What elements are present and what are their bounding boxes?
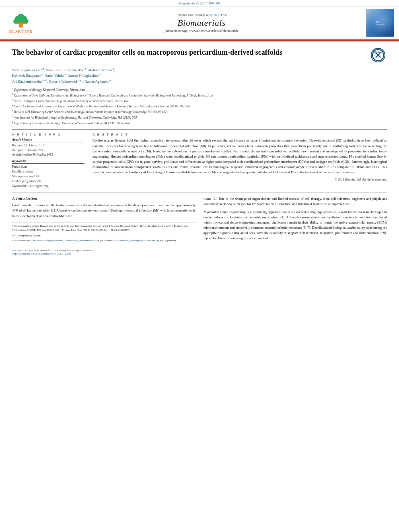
history-label: Article history: xyxy=(12,138,84,142)
section-divider xyxy=(12,193,387,193)
journal-homepage-link: journal homepage: www.elsevier.com/locat… xyxy=(37,29,366,33)
article-info-label: A R T I C L E I N F O xyxy=(12,133,84,136)
keyword-5: Myocardial tissue engineering xyxy=(12,184,84,189)
email-baharvand[interactable]: Baharvand50@yahoo.com xyxy=(33,239,63,242)
intro-left-column: 1. Introduction Cardiovascular diseases … xyxy=(12,196,195,255)
footnotes-section: * Corresponding author. Department of St… xyxy=(12,222,195,243)
copyright-footer: © 2013 Elsevier Ltd. All rights reserved… xyxy=(93,178,387,181)
article-title: The behavior of cardiac progenitor cells… xyxy=(12,48,282,57)
introduction-section: 1. Introduction Cardiovascular diseases … xyxy=(12,196,387,255)
journal-cover-image: Bio materials xyxy=(366,9,394,37)
journal-name-display: Biomaterials xyxy=(37,18,366,28)
affil-b: b Department of Stem Cells and Developme… xyxy=(12,92,387,98)
elsevier-logo: ELSEVIER xyxy=(5,12,37,34)
keyword-1: Pericardium xyxy=(12,164,84,169)
issn-text: 0142-9612/$ – see front matter © 2013 El… xyxy=(12,249,94,252)
footnote-double-star: ** Corresponding author. xyxy=(12,234,195,238)
affil-e: e Harvard-MIT Division of Health Science… xyxy=(12,109,387,114)
issn-doi-section: 0142-9612/$ – see front matter © 2013 El… xyxy=(12,249,94,255)
journal-center-info: Contents lists available at ScienceDirec… xyxy=(37,13,366,33)
info-abstract-columns: A R T I C L E I N F O Article history: R… xyxy=(12,133,387,189)
intro-title: 1. Introduction xyxy=(12,196,195,201)
svg-rect-7 xyxy=(15,22,27,24)
intro-left-text: Cardiovascular diseases are the leading … xyxy=(12,203,195,219)
article-divider xyxy=(12,129,387,129)
footnote-star: * Corresponding author. Department of St… xyxy=(12,224,195,232)
doi-link: http://dx.doi.org/10.1016/j.biomaterials… xyxy=(12,252,94,255)
affil-d: d Center for Biomedical Engineering, Dep… xyxy=(12,103,387,109)
intro-right-column: tissue [2]. Due to the shortage of organ… xyxy=(204,196,387,255)
elsevier-brand-text: ELSEVIER xyxy=(9,29,33,34)
abstract-text: Cardiovascular diseases hold the highest… xyxy=(93,138,387,175)
journal-citation: Biomaterials 35 (2014) 970–982 xyxy=(179,2,220,5)
keywords-label: Keywords: xyxy=(12,159,84,164)
authors-text: Sareh Rajabi-Zeleti a,b, Sasan Jalili-Fi… xyxy=(12,68,115,84)
sciencedirect-link[interactable]: ScienceDirect xyxy=(210,13,228,17)
abstract-paragraph: Cardiovascular diseases hold the highest… xyxy=(93,138,387,175)
keyword-the: the xyxy=(128,203,132,207)
bottom-bar: 0142-9612/$ – see front matter © 2013 El… xyxy=(12,247,195,255)
intro-right-text: tissue [2]. Due to the shortage of organ… xyxy=(204,196,387,241)
affil-c: c Shiraz Transplant Center, Namazi Hospi… xyxy=(12,98,387,103)
journal-middle-section: ELSEVIER Contents lists available at Sci… xyxy=(0,6,399,39)
affil-a: a Department of Biology, Kharazmi Univer… xyxy=(12,87,387,92)
available-date: Available online 30 October 2013 xyxy=(12,152,84,157)
journal-citation-bar: Biomaterials 35 (2014) 970–982 xyxy=(0,0,399,6)
affil-f: f Wyss Institute for Biologically Inspir… xyxy=(12,115,387,120)
article-content: The behavior of cardiac progenitor cells… xyxy=(0,41,399,259)
authors-section: Sareh Rajabi-Zeleti a,b, Sasan Jalili-Fi… xyxy=(12,67,387,84)
email-baharvand2[interactable]: Baharvand@royaninstitute.org xyxy=(64,239,99,242)
crossmark-logo: CrossMark xyxy=(371,48,387,64)
abstract-column: A B S T R A C T Cardiovascular diseases … xyxy=(93,133,387,189)
keyword-2: Decellularization xyxy=(12,169,84,174)
keyword-4: Cardiac progenitor cells xyxy=(12,179,84,184)
article-info-column: A R T I C L E I N F O Article history: R… xyxy=(12,133,84,189)
svg-text:CrossMark: CrossMark xyxy=(373,51,383,53)
svg-point-6 xyxy=(18,13,24,18)
doi-anchor[interactable]: http://dx.doi.org/10.1016/j.biomaterials… xyxy=(12,252,71,255)
affiliations-section: a Department of Biology, Kharazmi Univer… xyxy=(12,87,387,125)
keyword-3: Macroporous scaffold xyxy=(12,174,84,179)
journal-header: Biomaterials 35 (2014) 970–982 ELSEVIER … xyxy=(0,0,399,41)
email-aghdami[interactable]: NasserAghdami@royaninstitute.org xyxy=(119,239,159,242)
footnote-emails: E-mail addresses: Baharvand50@yahoo.com,… xyxy=(12,238,195,243)
contents-line: Contents lists available at ScienceDirec… xyxy=(37,13,366,17)
homepage-text: journal homepage: www.elsevier.com/locat… xyxy=(165,29,239,33)
abstract-label: A B S T R A C T xyxy=(93,133,387,136)
received-date: Received 11 October 2013 xyxy=(12,143,84,148)
affil-g: g Department of Developmental Biology, U… xyxy=(12,120,387,125)
crossmark-icon: CrossMark xyxy=(371,48,385,62)
accepted-date: Accepted 15 October 2013 xyxy=(12,148,84,152)
title-section: The behavior of cardiac progenitor cells… xyxy=(12,48,387,64)
keyword-death: death xyxy=(80,203,87,207)
red-divider-bar xyxy=(0,39,399,41)
elsevier-tree-icon xyxy=(11,12,31,29)
crossmark-svg: CrossMark xyxy=(372,49,385,62)
